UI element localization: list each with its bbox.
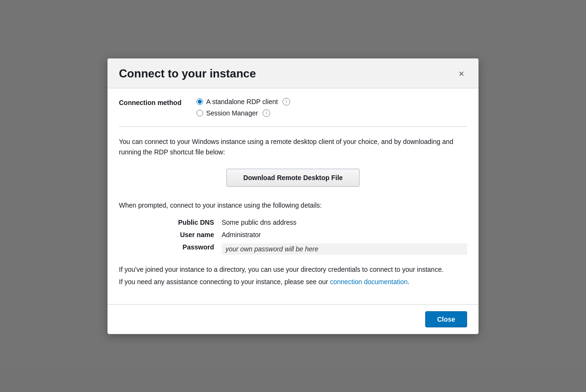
user-name-label: User name [138,231,214,239]
close-action-button[interactable]: Close [425,311,467,327]
dialog-title: Connect to your instance [119,67,256,80]
dialog-overlay: Connect to your instance × Connection me… [0,0,586,392]
session-manager-info-icon[interactable]: i [263,109,270,117]
radio-rdp[interactable]: A standalone RDP client i [196,98,290,105]
assistance-note: If you need any assistance connecting to… [119,277,467,287]
connection-method-row: Connection method A standalone RDP clien… [119,98,467,117]
details-grid: Public DNS Some public dns address User … [138,219,467,255]
password-label: Password [138,243,214,255]
public-dns-label: Public DNS [138,219,214,226]
radio-rdp-input[interactable] [196,98,203,105]
rdp-info-icon[interactable]: i [283,98,290,105]
connection-method-label: Connection method [119,98,181,106]
connect-dialog: Connect to your instance × Connection me… [107,58,479,334]
radio-rdp-label: A standalone RDP client [206,98,278,105]
directory-note: If you've joined your instance to a dire… [119,264,467,275]
radio-group: A standalone RDP client i Session Manage… [196,98,290,117]
top-divider [119,126,467,127]
radio-session-manager-label: Session Manager [206,109,258,117]
download-rdp-button[interactable]: Download Remote Desktop File [226,169,360,187]
user-name-value: Administrator [222,231,467,239]
connection-doc-link[interactable]: connection documentation [330,278,408,286]
assistance-note-suffix: . [408,278,410,286]
prompt-text: When prompted, connect to your instance … [119,200,467,210]
description-text: You can connect to your Windows instance… [119,136,467,158]
public-dns-value: Some public dns address [222,219,467,226]
dialog-header: Connect to your instance × [107,58,479,88]
password-value: your own password will be here [222,243,467,255]
download-btn-wrapper: Download Remote Desktop File [119,169,467,187]
radio-session-manager-input[interactable] [196,110,203,116]
dialog-body: Connection method A standalone RDP clien… [107,88,479,304]
radio-session-manager[interactable]: Session Manager i [196,109,290,117]
dialog-footer: Close [107,304,479,334]
assistance-note-prefix: If you need any assistance connecting to… [119,278,330,286]
header-close-button[interactable]: × [456,67,467,80]
